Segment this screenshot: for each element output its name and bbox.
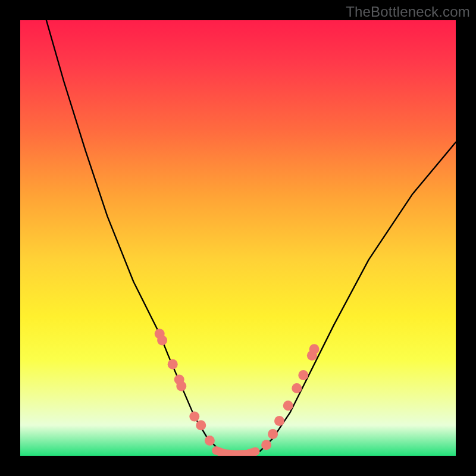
markers-right-point <box>298 370 308 380</box>
chart-frame: TheBottleneck.com <box>0 0 476 476</box>
markers-bottom-point <box>251 447 259 456</box>
markers-left-point <box>189 412 199 422</box>
bottleneck-curve <box>46 20 456 456</box>
markers-bottom-point <box>212 446 220 455</box>
markers-left-point <box>176 381 186 391</box>
markers-left-point <box>196 420 206 430</box>
markers-left-point <box>205 436 215 446</box>
markers-right-point <box>268 429 278 439</box>
markers-right-point <box>274 416 284 426</box>
watermark-text: TheBottleneck.com <box>346 4 470 20</box>
markers-right-point <box>292 383 302 393</box>
plot-area <box>20 20 456 456</box>
markers-left-point <box>168 359 178 369</box>
markers-right-point <box>283 400 293 411</box>
markers-left-point <box>157 336 167 346</box>
markers-right-point <box>309 344 320 354</box>
chart-svg <box>20 20 456 456</box>
markers-right-point <box>261 440 271 450</box>
